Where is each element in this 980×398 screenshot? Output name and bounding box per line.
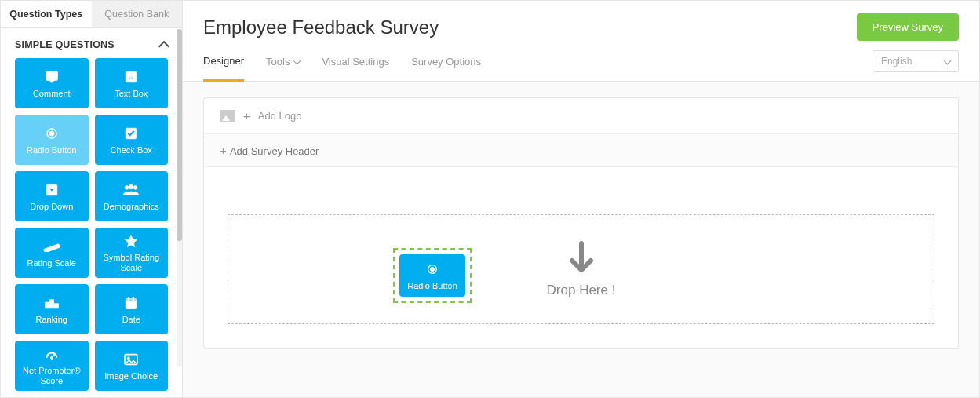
demographics-icon [122, 181, 140, 199]
survey-canvas: + Add Logo + Add Survey Header Drop Here… [203, 97, 959, 349]
chevron-up-icon [158, 41, 169, 52]
chevron-down-icon [293, 57, 301, 65]
section-title: SIMPLE QUESTIONS [15, 39, 115, 50]
qtype-label: Comment [33, 89, 71, 99]
tab-tools-label: Tools [266, 56, 290, 68]
main-content: Employee Feedback Survey Preview Survey … [183, 1, 979, 397]
topbar: Employee Feedback Survey Preview Survey … [183, 1, 979, 82]
tab-question-types[interactable]: Question Types [1, 1, 92, 27]
drag-ghost-radio: Radio Button [399, 254, 465, 297]
tab-question-bank[interactable]: Question Bank [92, 1, 183, 27]
image-placeholder-icon [220, 110, 235, 122]
radio-icon [426, 261, 439, 278]
sidebar: Question Types Question Bank SIMPLE QUES… [1, 1, 183, 397]
survey-title[interactable]: Employee Feedback Survey [203, 16, 439, 38]
qtype-label: Radio Button [27, 145, 77, 155]
qtype-label: Drop Down [30, 202, 73, 212]
svg-point-20 [127, 356, 129, 359]
qtype-nps[interactable]: Net Promoter® Score [15, 341, 89, 391]
qtype-image-choice[interactable]: Image Choice [95, 341, 169, 391]
ruler-icon [43, 238, 60, 255]
svg-point-22 [430, 267, 434, 271]
sidebar-body: SIMPLE QUESTIONS Comment A Text Box [1, 28, 182, 397]
qtype-radio-button[interactable]: Radio Button [15, 115, 89, 165]
add-header-row[interactable]: + Add Survey Header [204, 134, 958, 167]
comment-icon [44, 68, 60, 86]
qtype-label: Text Box [115, 89, 148, 99]
svg-point-6 [125, 185, 129, 189]
tab-tools[interactable]: Tools [266, 56, 300, 80]
add-logo-row[interactable]: + Add Logo [204, 98, 958, 134]
plus-icon: + [220, 144, 230, 157]
add-logo-label: Add Logo [258, 110, 302, 122]
section-simple-questions[interactable]: SIMPLE QUESTIONS [1, 28, 182, 58]
svg-rect-9 [43, 243, 60, 251]
image-icon [123, 351, 139, 368]
qtype-label: Image Choice [104, 371, 158, 382]
qtype-label: Date [122, 315, 140, 325]
drag-ghost-label: Radio Button [407, 281, 457, 291]
plus-icon: + [243, 109, 250, 122]
radio-icon [45, 125, 59, 142]
qtype-checkbox[interactable]: Check Box [95, 115, 169, 165]
language-select[interactable]: English [873, 50, 959, 72]
qtype-label: Rating Scale [27, 258, 76, 268]
qtype-textbox[interactable]: A Text Box [95, 58, 169, 108]
sidebar-tabs: Question Types Question Bank [1, 1, 182, 28]
tab-designer[interactable]: Designer [203, 55, 244, 82]
qtype-demographics[interactable]: Demographics [95, 171, 169, 221]
qtype-label: Demographics [104, 202, 159, 212]
sidebar-scrollbar[interactable] [177, 29, 182, 367]
chevron-down-icon [944, 57, 952, 64]
drop-zone[interactable]: Drop Here ! Radio Button [228, 214, 934, 324]
svg-rect-11 [49, 299, 53, 307]
star-icon [124, 232, 138, 250]
qtype-label: Check Box [111, 145, 152, 155]
date-icon [124, 294, 138, 312]
svg-line-18 [52, 354, 55, 358]
svg-point-3 [49, 131, 54, 136]
svg-rect-14 [126, 298, 137, 301]
svg-point-8 [133, 185, 137, 189]
svg-rect-15 [129, 297, 130, 300]
drop-text: Drop Here ! [547, 283, 616, 298]
qtype-symbol-rating[interactable]: Symbol Rating Scale [95, 228, 169, 278]
textbox-icon: A [124, 68, 138, 86]
scrollbar-thumb[interactable] [177, 29, 182, 241]
tab-visual-settings[interactable]: Visual Settings [322, 56, 389, 80]
svg-text:A: A [129, 72, 134, 81]
qtype-label: Net Promoter® Score [18, 366, 86, 386]
add-header-label: Add Survey Header [230, 145, 319, 157]
qtype-label: Ranking [36, 315, 67, 325]
dropdown-icon [45, 181, 59, 199]
svg-rect-10 [45, 302, 49, 308]
qtype-label: Symbol Rating Scale [98, 253, 166, 273]
tab-survey-options[interactable]: Survey Options [411, 56, 481, 80]
svg-rect-12 [54, 303, 58, 307]
qtype-comment[interactable]: Comment [15, 58, 89, 108]
question-types-grid: Comment A Text Box Radio Button [1, 58, 182, 391]
preview-survey-button[interactable]: Preview Survey [857, 13, 959, 41]
checkbox-icon [124, 125, 138, 142]
language-value: English [881, 56, 912, 67]
qtype-dropdown[interactable]: Drop Down [15, 171, 89, 221]
qtype-date[interactable]: Date [95, 284, 169, 334]
svg-rect-16 [133, 297, 135, 300]
ranking-icon [44, 294, 60, 312]
canvas-area: + Add Logo + Add Survey Header Drop Here… [183, 82, 979, 397]
qtype-rating-scale[interactable]: Rating Scale [15, 228, 89, 278]
drag-ghost[interactable]: Radio Button [393, 248, 472, 303]
main-tabs: Designer Tools Visual Settings Survey Op… [203, 55, 959, 81]
svg-point-7 [129, 184, 134, 189]
gauge-icon [44, 345, 60, 363]
down-arrow-icon [566, 240, 597, 278]
qtype-ranking[interactable]: Ranking [15, 284, 89, 334]
